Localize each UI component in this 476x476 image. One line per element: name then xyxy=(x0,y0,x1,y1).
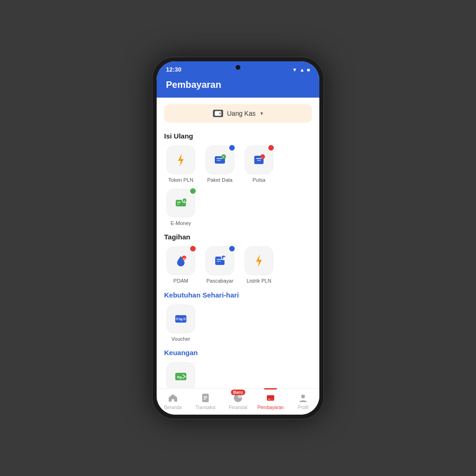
payment-icon xyxy=(265,392,276,403)
emoney-icon-box: + xyxy=(166,189,195,218)
list-item[interactable]: % Voucher xyxy=(164,304,198,342)
section-keuangan: Keuangan Rp Transfer xyxy=(157,344,319,388)
list-item[interactable]: Listrik PLN xyxy=(242,246,276,284)
voucher-label: Voucher xyxy=(172,336,190,342)
nav-label-beranda: Beranda xyxy=(164,405,182,410)
svg-text:◉: ◉ xyxy=(223,256,226,260)
pascabayar-icon-box: ◉ xyxy=(205,246,234,275)
svg-rect-33 xyxy=(204,396,207,397)
camera-notch xyxy=(236,65,240,70)
nav-label-transaksi: Transaksi xyxy=(196,405,216,410)
badge-paket-data xyxy=(228,144,236,152)
list-item[interactable]: + Paket Data xyxy=(203,145,237,183)
chevron-down-icon: ▾ xyxy=(260,110,263,117)
svg-point-27 xyxy=(176,317,178,320)
svg-rect-38 xyxy=(267,397,274,398)
tagihan-grid: rp PDAM xyxy=(164,246,312,284)
list-item[interactable]: rp PDAM xyxy=(164,246,198,284)
page-title: Pembayaran xyxy=(166,79,310,90)
pdam-label: PDAM xyxy=(173,278,188,284)
baru-badge: Baru xyxy=(231,390,245,395)
emoney-label: E-Money xyxy=(171,220,191,226)
section-tagihan: Tagihan rp PDAM xyxy=(157,228,319,286)
listrik-pln-label: Listrik PLN xyxy=(246,278,271,284)
nav-label-finansial: Finansial xyxy=(229,405,247,410)
wifi-icon: ▼ xyxy=(292,67,298,73)
svg-text:Rp: Rp xyxy=(177,375,182,379)
listrik-pln-icon-box xyxy=(245,246,273,275)
svg-text:+: + xyxy=(184,199,186,203)
phone-frame: 12:30 ▼ ▲ ■ Pembayaran Uang Kas ▾ xyxy=(152,57,324,419)
pulsa-label: Pulsa xyxy=(252,177,265,183)
section-isi-ulang: Isi Ulang Token PLN xyxy=(157,127,319,228)
svg-rect-9 xyxy=(256,158,262,159)
svg-text:rp: rp xyxy=(183,257,187,261)
status-time: 12:30 xyxy=(166,66,181,73)
nav-item-transaksi[interactable]: Transaksi xyxy=(189,392,222,410)
main-content: Uang Kas ▾ Isi Ulang Token PLN xyxy=(157,98,319,388)
token-pln-label: Token PLN xyxy=(168,177,193,183)
paket-data-icon-box: + xyxy=(205,145,234,174)
token-pln-icon-box xyxy=(166,145,195,174)
person-icon xyxy=(298,392,309,403)
keuangan-grid: Rp Transfer xyxy=(164,362,312,388)
section-title-tagihan: Tagihan xyxy=(164,233,312,241)
svg-rect-39 xyxy=(268,399,270,400)
svg-text:-: - xyxy=(262,155,263,159)
svg-rect-10 xyxy=(257,160,261,161)
transfer-icon-box: Rp xyxy=(166,362,195,388)
svg-rect-34 xyxy=(204,397,207,398)
list-item[interactable]: Rp Transfer xyxy=(164,362,198,388)
wallet-label: Uang Kas xyxy=(227,110,255,117)
receipt-icon xyxy=(200,392,211,403)
svg-rect-22 xyxy=(217,261,221,262)
nav-item-pembayaran[interactable]: Pembayaran xyxy=(254,392,287,410)
badge-pascabayar xyxy=(228,245,236,252)
section-title-isi-ulang: Isi Ulang xyxy=(164,132,312,140)
section-kebutuhan: Kebutuhan Sehari-hari % Voucher xyxy=(157,286,319,344)
badge-emoney xyxy=(189,187,197,195)
nav-item-profil[interactable]: Profil xyxy=(287,392,319,410)
list-item[interactable]: Token PLN xyxy=(164,145,198,183)
isi-ulang-grid: Token PLN + xyxy=(164,145,312,226)
svg-rect-14 xyxy=(177,202,181,203)
list-item[interactable]: - Pulsa xyxy=(242,145,276,183)
kebutuhan-grid: % Voucher xyxy=(164,304,312,342)
page-header: Pembayaran xyxy=(157,76,319,98)
list-item[interactable]: ◉ Pascabayar xyxy=(203,246,237,284)
svg-rect-15 xyxy=(177,204,179,205)
svg-point-28 xyxy=(183,317,186,320)
list-item[interactable]: + E-Money xyxy=(164,189,198,226)
nav-item-beranda[interactable]: Beranda xyxy=(157,392,189,410)
badge-pdam xyxy=(189,245,197,252)
svg-marker-25 xyxy=(256,254,262,267)
nav-label-pembayaran: Pembayaran xyxy=(258,405,284,410)
nav-item-finansial[interactable]: Baru Finansial xyxy=(222,392,254,410)
pulsa-icon-box: - xyxy=(245,145,273,174)
svg-point-40 xyxy=(301,395,305,398)
battery-icon: ■ xyxy=(307,67,310,73)
voucher-icon-box: % xyxy=(166,304,195,333)
svg-rect-35 xyxy=(204,399,206,400)
svg-text:%: % xyxy=(179,317,183,322)
section-title-keuangan: Keuangan xyxy=(164,349,312,357)
svg-rect-5 xyxy=(217,160,221,161)
section-title-kebutuhan: Kebutuhan Sehari-hari xyxy=(164,291,312,299)
wallet-icon xyxy=(213,110,223,117)
paket-data-label: Paket Data xyxy=(207,177,232,183)
badge-pulsa xyxy=(267,144,275,152)
pascabayar-label: Pascabayar xyxy=(206,278,233,284)
active-indicator xyxy=(264,388,277,390)
nav-label-profil: Profil xyxy=(298,405,309,410)
svg-marker-2 xyxy=(178,153,184,166)
bottom-navigation: Beranda Transaksi Baru Finansial xyxy=(157,388,319,415)
svg-text:+: + xyxy=(222,155,224,159)
pdam-icon-box: rp xyxy=(166,246,195,275)
home-icon xyxy=(167,392,178,403)
wallet-selector[interactable]: Uang Kas ▾ xyxy=(164,104,312,123)
svg-rect-1 xyxy=(219,112,221,114)
status-icons: ▼ ▲ ■ xyxy=(292,67,310,73)
phone-screen: 12:30 ▼ ▲ ■ Pembayaran Uang Kas ▾ xyxy=(157,61,319,415)
signal-icon: ▲ xyxy=(299,67,304,73)
